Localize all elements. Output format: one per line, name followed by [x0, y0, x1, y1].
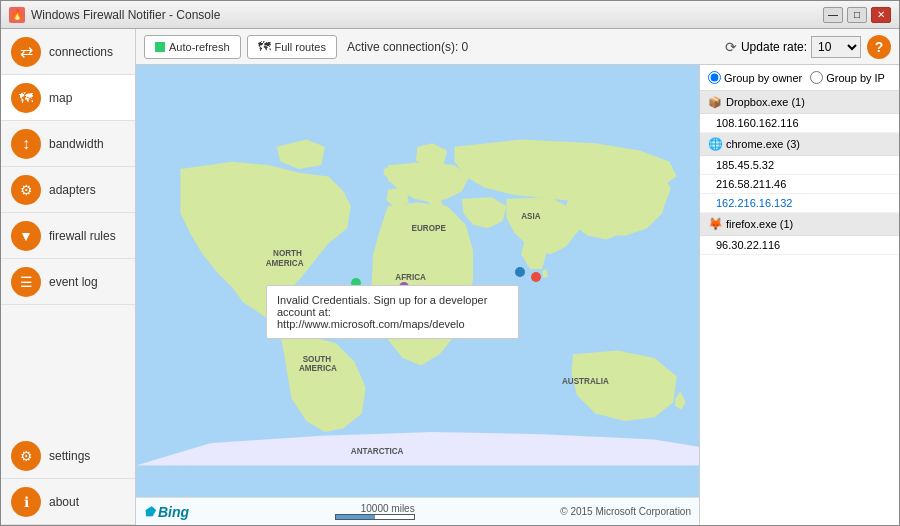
sidebar-item-event-log[interactable]: ☰ event log: [1, 259, 135, 305]
update-rate-area: ⟳ Update rate: 10 5 30 60: [725, 36, 861, 58]
firefox-icon: 🦊: [708, 217, 722, 231]
sidebar-item-firewall-rules[interactable]: ▼ firewall rules: [1, 213, 135, 259]
sidebar-item-map[interactable]: 🗺 map: [1, 75, 135, 121]
close-button[interactable]: ✕: [871, 7, 891, 23]
update-rate-select[interactable]: 10 5 30 60: [811, 36, 861, 58]
svg-text:AMERICA: AMERICA: [266, 259, 304, 268]
svg-text:AMERICA: AMERICA: [299, 364, 337, 373]
dropbox-icon: 📦: [708, 95, 722, 109]
maximize-button[interactable]: □: [847, 7, 867, 23]
sidebar-label-adapters: adapters: [49, 183, 96, 197]
sidebar-label-settings: settings: [49, 449, 90, 463]
conn-group-dropbox[interactable]: 📦 Dropbox.exe (1): [700, 91, 899, 114]
active-connections-label: Active connection(s): 0: [343, 40, 472, 54]
group-by-owner-radio[interactable]: [708, 71, 721, 84]
conn-group-firefox[interactable]: 🦊 firefox.exe (1): [700, 213, 899, 236]
svg-text:ASIA: ASIA: [521, 212, 541, 221]
connection-dot-3: [515, 267, 525, 277]
map-error-message: Invalid Credentials. Sign up for a devel…: [266, 285, 519, 339]
bing-wingmark: ⬟: [144, 505, 154, 519]
map-icon: 🗺: [11, 83, 41, 113]
app-icon: 🔥: [9, 7, 25, 23]
svg-text:SOUTH: SOUTH: [303, 355, 332, 364]
minimize-button[interactable]: —: [823, 7, 843, 23]
scale-bar-area: 10000 miles: [335, 503, 415, 520]
auto-refresh-indicator: [155, 42, 165, 52]
bandwidth-icon: ↕: [11, 129, 41, 159]
main-container: ⇄ connections 🗺 map ↕ bandwidth ⚙ adapte…: [1, 29, 899, 525]
sidebar-spacer: [1, 305, 135, 433]
group-by-ip-label[interactable]: Group by IP: [810, 71, 885, 84]
settings-icon: ⚙: [11, 441, 41, 471]
adapters-icon: ⚙: [11, 175, 41, 205]
conn-ip-firefox-1: 96.30.22.116: [700, 236, 899, 255]
copyright-text: © 2015 Microsoft Corporation: [560, 506, 691, 517]
window-controls: — □ ✕: [823, 7, 891, 23]
help-button[interactable]: ?: [867, 35, 891, 59]
map-container[interactable]: NORTH AMERICA SOUTH AMERICA EUROPE ASIA …: [136, 65, 699, 525]
event-log-icon: ☰: [11, 267, 41, 297]
svg-text:NORTH: NORTH: [273, 249, 302, 258]
svg-text:AUSTRALIA: AUSTRALIA: [562, 377, 609, 386]
conn-ip-dropbox-1: 108.160.162.116: [700, 114, 899, 133]
sidebar: ⇄ connections 🗺 map ↕ bandwidth ⚙ adapte…: [1, 29, 136, 525]
chrome-icon: 🌐: [708, 137, 722, 151]
conn-group-chrome[interactable]: 🌐 chrome.exe (3): [700, 133, 899, 156]
scale-bar: [335, 514, 415, 520]
connection-dot-4: [531, 272, 541, 282]
conn-ip-chrome-1: 185.45.5.32: [700, 156, 899, 175]
about-icon: ℹ: [11, 487, 41, 517]
sidebar-label-bandwidth: bandwidth: [49, 137, 104, 151]
full-routes-button[interactable]: 🗺 Full routes: [247, 35, 337, 59]
sidebar-item-about[interactable]: ℹ about: [1, 479, 135, 525]
svg-text:AFRICA: AFRICA: [395, 273, 426, 282]
bing-logo: ⬟ Bing: [144, 504, 189, 520]
conn-ip-chrome-3: 162.216.16.132: [700, 194, 899, 213]
connections-list: 📦 Dropbox.exe (1) 108.160.162.116 🌐 chro…: [700, 91, 899, 525]
right-panel: Group by owner Group by IP 📦 Dropbox.exe…: [699, 65, 899, 525]
sidebar-item-settings[interactable]: ⚙ settings: [1, 433, 135, 479]
firewall-rules-icon: ▼: [11, 221, 41, 251]
sidebar-label-map: map: [49, 91, 72, 105]
update-rate-icon: ⟳: [725, 39, 737, 55]
group-by-row: Group by owner Group by IP: [700, 65, 899, 91]
main-window: 🔥 Windows Firewall Notifier - Console — …: [0, 0, 900, 526]
title-bar: 🔥 Windows Firewall Notifier - Console — …: [1, 1, 899, 29]
update-rate-label: Update rate:: [741, 40, 807, 54]
svg-text:ANTARCTICA: ANTARCTICA: [351, 447, 404, 456]
map-panel-container: NORTH AMERICA SOUTH AMERICA EUROPE ASIA …: [136, 65, 899, 525]
svg-text:EUROPE: EUROPE: [412, 224, 447, 233]
sidebar-item-bandwidth[interactable]: ↕ bandwidth: [1, 121, 135, 167]
sidebar-label-event-log: event log: [49, 275, 98, 289]
sidebar-item-adapters[interactable]: ⚙ adapters: [1, 167, 135, 213]
map-footer: ⬟ Bing 10000 miles © 2015 Microsoft Corp…: [136, 497, 699, 525]
window-title: Windows Firewall Notifier - Console: [31, 8, 823, 22]
full-routes-icon: 🗺: [258, 39, 271, 54]
group-by-owner-label[interactable]: Group by owner: [708, 71, 802, 84]
sidebar-label-about: about: [49, 495, 79, 509]
auto-refresh-button[interactable]: Auto-refresh: [144, 35, 241, 59]
sidebar-label-connections: connections: [49, 45, 113, 59]
connections-icon: ⇄: [11, 37, 41, 67]
conn-ip-chrome-2: 216.58.211.46: [700, 175, 899, 194]
group-by-ip-radio[interactable]: [810, 71, 823, 84]
sidebar-item-connections[interactable]: ⇄ connections: [1, 29, 135, 75]
sidebar-label-firewall-rules: firewall rules: [49, 229, 116, 243]
toolbar: Auto-refresh 🗺 Full routes Active connec…: [136, 29, 899, 65]
content-area: Auto-refresh 🗺 Full routes Active connec…: [136, 29, 899, 525]
